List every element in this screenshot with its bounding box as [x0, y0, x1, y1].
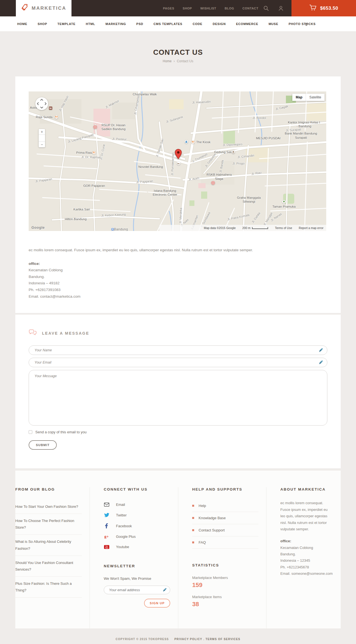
category-nav-item[interactable]: PHOTO STOCKS	[289, 22, 316, 26]
report-map-error-link[interactable]: Report a map error	[299, 226, 323, 230]
category-nav: HOMESHOPTEMPLATEHTMLMARKETINGPSDCMS TEMP…	[0, 16, 356, 32]
form-heading: LEAVE A MESSAGE	[42, 331, 89, 335]
stat-row: Marketplace Members 159	[192, 576, 258, 589]
google-map[interactable]: Champelas WalkJl. HasanudinJl. Cihampela…	[29, 91, 326, 231]
message-textarea[interactable]	[29, 370, 327, 426]
social-link[interactable]: Facebook	[104, 521, 170, 531]
chevron-double-down-icon[interactable]	[305, 22, 308, 27]
terms-of-services-link[interactable]: TERMS OF SERVICES	[206, 638, 240, 641]
category-nav-item[interactable]: MUSE	[269, 22, 278, 26]
user-icon[interactable]	[278, 5, 284, 11]
top-nav-item[interactable]: SHOP	[183, 7, 192, 10]
map-label: Bank Mandiri Bandung Surapati	[285, 131, 317, 140]
message-field-wrap	[29, 370, 327, 427]
map-type-map-button[interactable]: Map	[292, 94, 306, 101]
park-icon	[282, 200, 286, 204]
square-bullet-icon	[192, 505, 194, 507]
restaurant-icon	[92, 151, 96, 155]
social-label: Youtube	[116, 545, 129, 549]
badge-icon	[111, 228, 114, 231]
category-nav-item[interactable]: MARKETING	[105, 22, 126, 26]
help-link[interactable]: Knowladge Base	[192, 512, 258, 524]
category-nav-item[interactable]: HTML	[86, 22, 95, 26]
map-attribution: Map data ©2015 Google 200 m Terms of Use…	[159, 225, 326, 231]
help-link[interactable]: Contact Support	[192, 524, 258, 536]
map-zoom-out[interactable]: −	[39, 142, 45, 147]
help-link[interactable]: Help	[192, 500, 258, 512]
send-copy-checkbox[interactable]	[29, 430, 32, 434]
terms-of-use-link[interactable]: Terms of Use	[275, 226, 292, 230]
svg-text:Tube: Tube	[105, 547, 108, 548]
footer-connect-column: CONNECT WITH US Email Twitter Facebook	[90, 487, 178, 628]
submit-button[interactable]: SUBMIT	[29, 440, 57, 450]
blog-link[interactable]: Should You Use Fashion Consultant Servic…	[15, 556, 82, 577]
footer-help-heading: HELP AND SUPPORTS	[192, 487, 258, 491]
blog-link[interactable]: Plus Size Fashion: Is There Such a Thing…	[15, 577, 82, 598]
map-zoom-in[interactable]: +	[39, 129, 45, 135]
footer-blog-heading: FROM OUR BLOG	[15, 487, 82, 491]
category-nav-item[interactable]: TEMPLATE	[58, 22, 76, 26]
map-marker-pin-icon[interactable]	[175, 149, 182, 159]
map-label: Bandung	[114, 227, 128, 231]
square-bullet-icon	[192, 529, 194, 531]
google-logo[interactable]: Google	[31, 225, 45, 230]
map-label: Jl. Merdeka	[179, 208, 182, 223]
search-icon[interactable]	[263, 5, 269, 11]
pencil-icon	[319, 360, 323, 366]
top-nav: PAGESSHOPWISHLISTBLOGCONTACT	[163, 0, 258, 16]
top-nav-item[interactable]: BLOG	[225, 7, 234, 10]
social-link[interactable]: g+ Google Plus	[104, 532, 170, 541]
map-type-satellite-button[interactable]: Satellite	[306, 94, 325, 101]
tag-logo-icon	[21, 4, 29, 13]
blog-link[interactable]: How To Choose The Perfect Fashion Store?	[15, 514, 82, 535]
top-nav-item[interactable]: CONTACT	[243, 7, 258, 10]
category-nav-item[interactable]: ECOMMERCE	[236, 22, 258, 26]
about-office-line: Kecamatan Coblong	[280, 544, 333, 551]
email-icon	[104, 503, 109, 507]
blog-link[interactable]: How To Start Your Own Fashion Store?	[15, 500, 82, 514]
about-text: ec mollis lorem consequat. Fusce ipsum e…	[280, 500, 333, 532]
map-label: Hilton Bandung	[59, 217, 92, 221]
restaurant-icon	[191, 140, 195, 144]
lodging-icon	[49, 106, 53, 110]
social-label: Facebook	[116, 524, 132, 528]
map-label: Kartika Sari	[65, 207, 98, 211]
youtube-icon: YouTube	[104, 545, 109, 549]
office-line: Email. contact@marketica.com	[29, 293, 327, 300]
category-nav-item[interactable]: HOME	[17, 22, 27, 26]
privacy-policy-link[interactable]: PRIVACY POLICY	[174, 638, 202, 641]
social-link[interactable]: Email	[104, 500, 170, 509]
category-nav-item[interactable]: CMS TEMPLATES	[154, 22, 182, 26]
social-link[interactable]: Twitter	[104, 510, 170, 520]
facebook-icon	[104, 523, 109, 528]
top-nav-item[interactable]: PAGES	[163, 7, 174, 10]
main-header: MARKETICA PAGESSHOPWISHLISTBLOGCONTACT $…	[0, 0, 356, 16]
gplus-icon: g+	[104, 536, 109, 537]
logo[interactable]: MARKETICA	[16, 0, 71, 16]
copyright-text: COPYRIGHT © 2015 TOKOPRESS	[116, 638, 169, 641]
send-copy-row: Send a copy of this email to you	[29, 430, 327, 434]
newsletter-tagline: We Won't Spam, We Promise	[104, 576, 170, 581]
blog-link[interactable]: What is So Alluring About Celebrity Fash…	[15, 535, 82, 556]
map-label: RSKB Halmahera Siaga	[203, 173, 236, 181]
signup-button[interactable]: SIGN UP	[144, 599, 170, 608]
newsletter-email-input[interactable]	[104, 586, 170, 594]
category-nav-item[interactable]: PSD	[136, 22, 143, 26]
map-zoom-slider[interactable]	[39, 135, 45, 142]
map-pan-control[interactable]	[35, 97, 48, 110]
category-nav-item[interactable]: DESIGN	[213, 22, 226, 26]
about-office-line: Ph. +6212345678	[280, 564, 333, 570]
top-nav-item[interactable]: WISHLIST	[200, 7, 216, 10]
category-nav-item[interactable]: SHOP	[38, 22, 47, 26]
email-input[interactable]	[29, 358, 327, 367]
name-input[interactable]	[29, 345, 327, 355]
social-link[interactable]: YouTube Youtube	[104, 542, 170, 552]
cart-icon	[309, 4, 316, 12]
stat-value: 38	[192, 601, 258, 608]
help-link[interactable]: FAQ	[192, 536, 258, 549]
map-zoom-control[interactable]: + −	[39, 129, 45, 147]
breadcrumb-home-link[interactable]: Home	[163, 59, 172, 63]
category-nav-item[interactable]: CODE	[193, 22, 202, 26]
cart-button[interactable]: $653.50	[291, 0, 356, 16]
mall-icon	[184, 140, 188, 144]
